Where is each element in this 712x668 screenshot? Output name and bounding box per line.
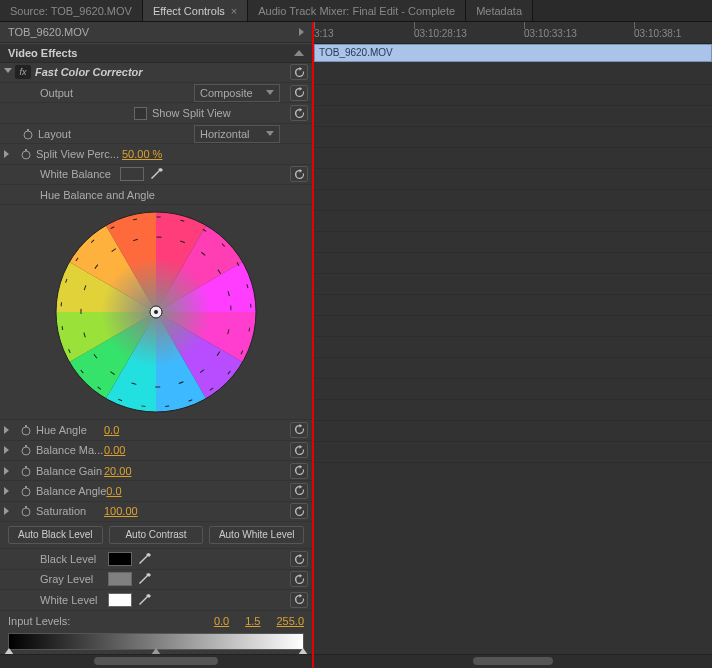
twirl-icon[interactable]: [4, 487, 12, 495]
input-levels-label: Input Levels:: [8, 615, 70, 627]
stopwatch-icon[interactable]: [20, 148, 32, 160]
stopwatch-icon[interactable]: [20, 424, 32, 436]
reset-button[interactable]: [290, 64, 308, 80]
split-pct-value[interactable]: 50.00 %: [122, 148, 162, 160]
svg-rect-17: [25, 486, 27, 488]
scrollbar-thumb[interactable]: [94, 657, 219, 665]
tab-effect-controls[interactable]: Effect Controls×: [143, 0, 248, 21]
track-row: [314, 379, 712, 400]
panel-scrollbar[interactable]: [0, 654, 312, 668]
clip-name: TOB_9620.MOV: [8, 26, 89, 38]
black-level-swatch[interactable]: [108, 552, 132, 566]
eyedropper-icon[interactable]: [138, 572, 152, 586]
hue-heading: Hue Balance and Angle: [40, 189, 155, 201]
balance-mag-label: Balance Ma...: [36, 444, 104, 456]
timeline-panel: 3:13 03:10:28:13 03:10:33:13 03:10:38:1 …: [312, 22, 712, 668]
timeline-tick: 03:10:38:1: [634, 28, 681, 39]
track-row: [314, 232, 712, 253]
show-split-view-checkbox[interactable]: [134, 107, 147, 120]
reset-button[interactable]: [290, 85, 308, 101]
black-level-label: Black Level: [40, 553, 108, 565]
svg-rect-11: [25, 425, 27, 427]
twirl-icon[interactable]: [4, 507, 12, 515]
tab-source[interactable]: Source: TOB_9620.MOV: [0, 0, 143, 21]
saturation-value[interactable]: 100.00: [104, 505, 138, 517]
svg-rect-1: [27, 129, 29, 131]
reset-button[interactable]: [290, 592, 308, 608]
eyedropper-icon[interactable]: [138, 552, 152, 566]
hue-color-wheel[interactable]: [0, 205, 312, 420]
svg-point-10: [22, 427, 30, 435]
chevron-down-icon: [266, 90, 274, 95]
track-row: [314, 127, 712, 148]
stopwatch-icon[interactable]: [22, 128, 34, 140]
reset-button[interactable]: [290, 503, 308, 519]
twirl-icon[interactable]: [4, 426, 12, 434]
gray-level-swatch[interactable]: [108, 572, 132, 586]
flyout-arrow-icon[interactable]: [299, 28, 304, 36]
timeline-ruler[interactable]: 3:13 03:10:28:13 03:10:33:13 03:10:38:1: [314, 22, 712, 44]
output-dropdown[interactable]: Composite: [194, 84, 280, 102]
track-row: [314, 337, 712, 358]
timeline-clip[interactable]: TOB_9620.MOV: [314, 44, 712, 62]
timeline-scrollbar[interactable]: [314, 654, 712, 668]
fx-badge-icon[interactable]: fx: [15, 65, 31, 79]
reset-button[interactable]: [290, 105, 308, 121]
reset-button[interactable]: [290, 442, 308, 458]
close-icon[interactable]: ×: [231, 5, 237, 17]
svg-point-18: [22, 508, 30, 516]
twirl-icon[interactable]: [4, 68, 12, 76]
track-row: [314, 64, 712, 85]
collapse-icon[interactable]: [294, 50, 304, 56]
effect-name: Fast Color Corrector: [35, 66, 143, 78]
twirl-icon[interactable]: [4, 446, 12, 454]
reset-button[interactable]: [290, 463, 308, 479]
reset-button[interactable]: [290, 551, 308, 567]
svg-point-16: [22, 488, 30, 496]
eyedropper-icon[interactable]: [138, 593, 152, 607]
track-row: [314, 358, 712, 379]
balance-gain-label: Balance Gain: [36, 465, 104, 477]
timeline-tick: 03:10:33:13: [524, 28, 577, 39]
hue-angle-label: Hue Angle: [36, 424, 104, 436]
track-row: [314, 85, 712, 106]
eyedropper-icon[interactable]: [150, 167, 164, 181]
svg-rect-13: [25, 445, 27, 447]
input-levels-slider[interactable]: [8, 633, 304, 650]
reset-button[interactable]: [290, 571, 308, 587]
balance-angle-value[interactable]: 0.0: [106, 485, 121, 497]
hue-angle-value[interactable]: 0.0: [104, 424, 119, 436]
track-row: [314, 400, 712, 421]
input-levels-low[interactable]: 0.0: [214, 615, 229, 627]
auto-white-level-button[interactable]: Auto White Level: [209, 526, 304, 544]
tab-audio-mixer[interactable]: Audio Track Mixer: Final Edit - Complete: [248, 0, 466, 21]
white-balance-label: White Balance: [40, 168, 120, 180]
track-row: [314, 106, 712, 127]
track-row: [314, 442, 712, 463]
stopwatch-icon[interactable]: [20, 465, 32, 477]
reset-button[interactable]: [290, 422, 308, 438]
stopwatch-icon[interactable]: [20, 485, 32, 497]
track-row: [314, 421, 712, 442]
twirl-icon[interactable]: [4, 467, 12, 475]
track-row: [314, 148, 712, 169]
balance-gain-value[interactable]: 20.00: [104, 465, 132, 477]
stopwatch-icon[interactable]: [20, 444, 32, 456]
track-row: [314, 316, 712, 337]
tab-metadata[interactable]: Metadata: [466, 0, 533, 21]
reset-button[interactable]: [290, 166, 308, 182]
auto-contrast-button[interactable]: Auto Contrast: [109, 526, 204, 544]
stopwatch-icon[interactable]: [20, 505, 32, 517]
twirl-icon[interactable]: [4, 150, 12, 158]
auto-black-level-button[interactable]: Auto Black Level: [8, 526, 103, 544]
gray-level-label: Gray Level: [40, 573, 108, 585]
scrollbar-thumb[interactable]: [473, 657, 553, 665]
white-balance-swatch[interactable]: [120, 167, 144, 181]
video-effects-header[interactable]: Video Effects: [0, 43, 312, 62]
input-levels-high[interactable]: 255.0: [276, 615, 304, 627]
white-level-swatch[interactable]: [108, 593, 132, 607]
balance-mag-value[interactable]: 0.00: [104, 444, 125, 456]
reset-button[interactable]: [290, 483, 308, 499]
input-levels-mid[interactable]: 1.5: [245, 615, 260, 627]
layout-dropdown[interactable]: Horizontal: [194, 125, 280, 143]
